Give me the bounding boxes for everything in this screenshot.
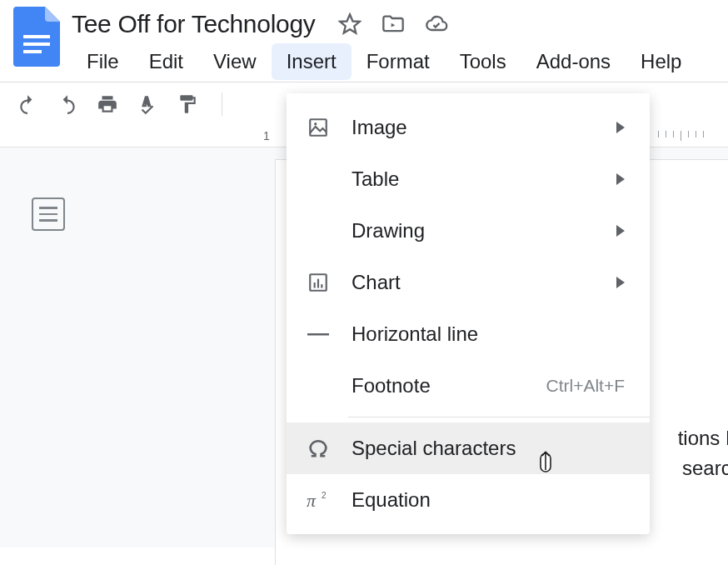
menu-label: Special characters bbox=[352, 437, 625, 460]
menu-separator bbox=[348, 417, 650, 418]
menu-view[interactable]: View bbox=[198, 43, 272, 80]
menu-tools[interactable]: Tools bbox=[445, 43, 521, 80]
ruler-ticks bbox=[658, 131, 728, 141]
menu-item-chart[interactable]: Chart bbox=[287, 257, 650, 308]
ruler-mark-1: 1 bbox=[263, 129, 270, 142]
spellcheck-icon[interactable] bbox=[137, 93, 158, 115]
footnote-icon bbox=[307, 374, 330, 398]
redo-icon[interactable] bbox=[57, 93, 78, 115]
submenu-arrow-icon bbox=[616, 173, 625, 185]
submenu-arrow-icon bbox=[616, 277, 625, 288]
chart-icon bbox=[307, 271, 330, 294]
text-fragment: tions M bbox=[678, 427, 728, 450]
menu-label: Equation bbox=[352, 488, 625, 512]
menu-label: Horizontal line bbox=[352, 322, 625, 346]
svg-point-5 bbox=[314, 122, 317, 125]
menu-file[interactable]: File bbox=[72, 43, 134, 80]
svg-rect-2 bbox=[23, 50, 42, 53]
doc-title[interactable]: Tee Off for Technology bbox=[72, 10, 315, 38]
svg-rect-10 bbox=[307, 333, 329, 336]
cloud-saved-icon[interactable] bbox=[425, 12, 448, 36]
insert-menu-dropdown: Image Table Drawing Chart Horizontal lin… bbox=[287, 93, 650, 534]
star-icon[interactable] bbox=[338, 12, 362, 36]
print-icon[interactable] bbox=[97, 93, 118, 115]
menu-addons[interactable]: Add-ons bbox=[521, 43, 626, 80]
menu-item-drawing[interactable]: Drawing bbox=[287, 205, 650, 257]
menu-item-equation[interactable]: π2 Equation bbox=[287, 474, 650, 526]
horizontal-line-icon bbox=[307, 322, 330, 346]
image-icon bbox=[307, 116, 330, 139]
menu-label: Table bbox=[352, 168, 616, 191]
menu-item-table[interactable]: Table bbox=[287, 153, 650, 205]
svg-rect-4 bbox=[310, 119, 327, 136]
omega-icon bbox=[307, 437, 330, 460]
svg-marker-3 bbox=[341, 14, 360, 32]
move-folder-icon[interactable] bbox=[381, 12, 405, 36]
svg-text:2: 2 bbox=[322, 491, 327, 500]
toolbar-separator bbox=[222, 92, 222, 116]
undo-icon[interactable] bbox=[17, 93, 38, 115]
outline-icon[interactable] bbox=[32, 198, 65, 231]
paint-format-icon[interactable] bbox=[177, 93, 198, 115]
menu-label: Chart bbox=[352, 271, 616, 294]
menu-item-footnote[interactable]: Footnote Ctrl+Alt+F bbox=[287, 360, 650, 412]
menu-item-special-characters[interactable]: Special characters bbox=[287, 422, 650, 474]
menu-help[interactable]: Help bbox=[626, 43, 696, 80]
svg-rect-1 bbox=[23, 42, 50, 46]
menu-insert[interactable]: Insert bbox=[272, 43, 352, 80]
menu-item-image[interactable]: Image bbox=[287, 102, 650, 153]
pi-icon: π2 bbox=[307, 488, 330, 512]
menu-edit[interactable]: Edit bbox=[134, 43, 198, 80]
drawing-icon bbox=[307, 219, 330, 242]
menubar: File Edit View Insert Format Tools Add-o… bbox=[72, 43, 715, 80]
svg-rect-0 bbox=[23, 35, 50, 38]
svg-text:π: π bbox=[307, 490, 317, 511]
submenu-arrow-icon bbox=[616, 225, 625, 237]
menu-label: Footnote bbox=[352, 374, 546, 398]
table-icon bbox=[307, 168, 330, 191]
text-fragment: search bbox=[682, 457, 728, 480]
menu-label: Drawing bbox=[352, 219, 616, 242]
docs-logo[interactable] bbox=[13, 7, 60, 67]
menu-label: Image bbox=[352, 116, 616, 139]
menu-format[interactable]: Format bbox=[352, 43, 445, 80]
keyboard-shortcut: Ctrl+Alt+F bbox=[546, 376, 625, 396]
menu-item-horizontal-line[interactable]: Horizontal line bbox=[287, 308, 650, 360]
submenu-arrow-icon bbox=[616, 122, 625, 133]
